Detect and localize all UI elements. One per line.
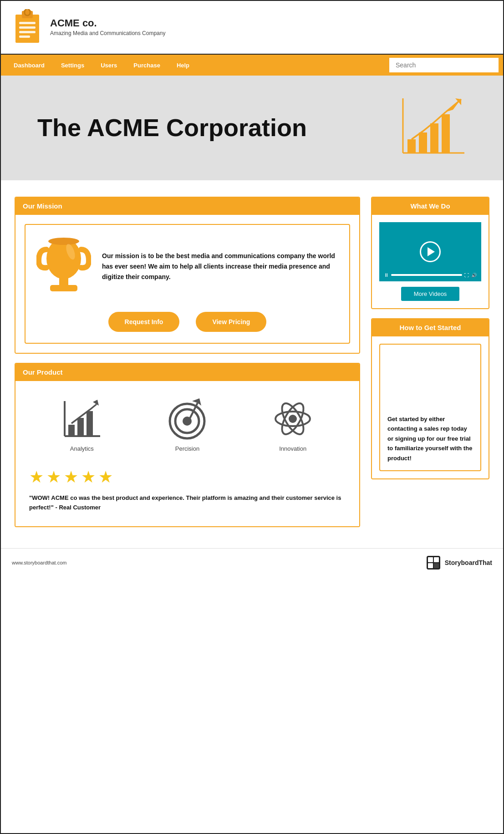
svg-rect-7: [19, 31, 36, 33]
star-5: ★: [98, 468, 113, 487]
storyboard-logo-icon: [426, 555, 441, 570]
atom-icon: [271, 397, 315, 441]
right-column: What We Do ⏸ ⛶ 🔊 More: [371, 197, 489, 527]
search-input[interactable]: [389, 58, 499, 72]
innovation-label: Innovation: [279, 445, 306, 452]
nav-dashboard[interactable]: Dashboard: [5, 62, 53, 69]
nav-settings[interactable]: Settings: [53, 62, 92, 69]
video-player[interactable]: ⏸ ⛶ 🔊: [379, 222, 481, 281]
navbar: Dashboard Settings Users Purchase Help: [1, 55, 503, 76]
star-3: ★: [64, 468, 78, 487]
mission-title: Our Mission: [23, 202, 62, 210]
star-2: ★: [46, 468, 61, 487]
play-triangle-icon: [428, 247, 435, 256]
svg-rect-43: [434, 563, 439, 568]
pause-icon[interactable]: ⏸: [384, 272, 389, 278]
mission-content-row: Our mission is to be the best media and …: [36, 236, 338, 297]
play-button[interactable]: [420, 241, 441, 262]
product-card-body: Analytics Percision: [15, 381, 359, 526]
product-item-innovation: Innovation: [271, 397, 315, 452]
video-controls: ⏸ ⛶ 🔊: [384, 272, 477, 278]
footer: www.storyboardthat.com StoryboardThat: [1, 548, 503, 577]
svg-rect-8: [19, 36, 30, 38]
svg-rect-42: [428, 563, 433, 568]
svg-rect-15: [442, 114, 450, 153]
what-we-do-header: What We Do: [372, 198, 489, 215]
what-we-do-body: ⏸ ⛶ 🔊 More Videos: [372, 215, 489, 308]
hero-chart-icon: [394, 94, 467, 162]
mission-card-body: Our mission is to be the best media and …: [15, 215, 359, 353]
what-we-do-title: What We Do: [410, 202, 450, 210]
mission-buttons: Request Info View Pricing: [108, 312, 267, 332]
progress-bar[interactable]: [391, 274, 462, 276]
view-pricing-button[interactable]: View Pricing: [196, 312, 266, 332]
svg-rect-26: [68, 425, 75, 436]
hero-banner: The ACME Corporation: [1, 76, 503, 180]
mission-card: Our Mission: [15, 197, 360, 354]
svg-rect-21: [59, 277, 68, 286]
svg-point-20: [48, 238, 79, 245]
get-started-header: How to Get Started: [372, 319, 489, 336]
get-started-inner-box: Get started by either contacting a sales…: [379, 344, 481, 471]
get-started-text: Get started by either contacting a sales…: [387, 414, 473, 463]
star-1: ★: [29, 468, 44, 487]
what-we-do-card: What We Do ⏸ ⛶ 🔊 More: [371, 197, 489, 309]
svg-rect-22: [50, 285, 77, 291]
mission-card-header: Our Mission: [15, 198, 359, 215]
nav-users[interactable]: Users: [92, 62, 125, 69]
testimonial-text: "WOW! ACME co was the best product and e…: [25, 490, 350, 517]
hero-title: The ACME Corporation: [37, 114, 394, 141]
volume-icon[interactable]: 🔊: [471, 273, 477, 278]
svg-rect-14: [430, 123, 438, 153]
product-title: Our Product: [23, 368, 63, 376]
logo-text: ACME co. Amazing Media and Communication…: [50, 17, 165, 37]
svg-rect-41: [434, 557, 439, 562]
product-card: Our Product: [15, 363, 360, 527]
svg-point-35: [289, 415, 297, 423]
star-4: ★: [81, 468, 96, 487]
header: ACME co. Amazing Media and Communication…: [1, 1, 503, 55]
left-column: Our Mission: [15, 197, 360, 527]
get-started-title: How to Get Started: [399, 324, 461, 331]
product-item-analytics: Analytics: [60, 397, 103, 452]
mission-text: Our mission is to be the best media and …: [102, 251, 338, 282]
stars-row: ★ ★ ★ ★ ★: [25, 459, 350, 490]
nav-help[interactable]: Help: [168, 62, 198, 69]
mission-inner-box: Our mission is to be the best media and …: [25, 224, 350, 344]
svg-rect-13: [419, 132, 427, 153]
footer-brand-label: StoryboardThat: [445, 559, 492, 566]
company-name: ACME co.: [50, 17, 165, 29]
svg-rect-28: [87, 411, 93, 436]
more-videos-button[interactable]: More Videos: [401, 287, 460, 301]
svg-rect-12: [407, 139, 416, 153]
get-started-card: How to Get Started Get started by either…: [371, 318, 489, 479]
svg-rect-6: [19, 26, 36, 29]
product-item-percision: Percision: [166, 397, 209, 452]
percision-label: Percision: [175, 445, 199, 452]
main-content: Our Mission: [1, 180, 503, 544]
logo-icon: [12, 9, 43, 46]
request-info-button[interactable]: Request Info: [108, 312, 180, 332]
product-icons-row: Analytics Percision: [25, 390, 350, 459]
svg-rect-5: [19, 22, 36, 24]
company-tagline: Amazing Media and Communications Company: [50, 29, 165, 37]
analytics-label: Analytics: [70, 445, 94, 452]
svg-rect-27: [77, 418, 84, 436]
svg-rect-40: [428, 557, 433, 562]
analytics-icon: [60, 397, 103, 441]
footer-url: www.storyboardthat.com: [12, 560, 66, 565]
trophy-icon: [36, 236, 91, 297]
target-icon: [166, 397, 209, 441]
fullscreen-icon[interactable]: ⛶: [464, 273, 469, 278]
nav-purchase[interactable]: Purchase: [125, 62, 168, 69]
product-card-header: Our Product: [15, 364, 359, 381]
get-started-body: Get started by either contacting a sales…: [372, 336, 489, 478]
footer-brand: StoryboardThat: [426, 555, 492, 570]
